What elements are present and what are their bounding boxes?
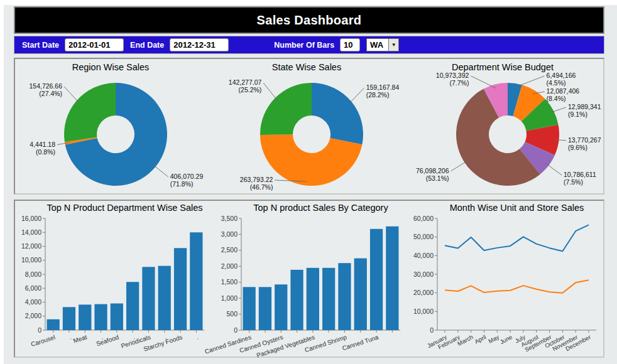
dashboard-background: Sales Dashboard Start Date End Date Numb… (4, 5, 617, 364)
dropdown-arrow-icon[interactable]: ▼ (388, 39, 398, 51)
bar-2[interactable] (275, 284, 287, 330)
label-leader-line (545, 163, 562, 175)
pie-slice-2[interactable] (64, 83, 116, 142)
number-of-bars-label: Number Of Bars (274, 41, 334, 50)
state-select-value: WA (370, 40, 383, 50)
y-tick-label: 0 (38, 326, 41, 334)
line-series-1[interactable] (445, 280, 589, 292)
pie-slice-label: 406,070.29(71.8%) (170, 173, 204, 188)
month-wise-sales-chart[interactable]: Month Wise Unit and Store Sales010,00020… (407, 201, 603, 356)
y-tick-label: 10,000 (21, 256, 41, 264)
chart-title: Region Wise Sales (72, 62, 150, 72)
y-tick-label: 4,000 (25, 298, 41, 306)
pie-slice-label: 12,087,406(8.4%) (547, 87, 580, 102)
y-tick-label: 10,000 (413, 308, 434, 315)
y-tick-label: 6,000 (25, 284, 41, 292)
bar-2[interactable] (79, 304, 91, 330)
y-tick-label: 14,000 (21, 228, 41, 236)
bar-9[interactable] (190, 232, 202, 330)
bar-0[interactable] (47, 319, 60, 330)
y-tick-label: 60,000 (413, 215, 434, 222)
bar-5[interactable] (126, 282, 139, 330)
pie-slice-label: 6,494,166(4.5%) (547, 72, 576, 87)
y-tick-label: 3,500 (221, 215, 238, 222)
end-date-input[interactable] (170, 38, 229, 51)
label-leader-line (64, 87, 80, 104)
x-tick-label: March (456, 333, 474, 347)
top-n-department-sales-chart[interactable]: Top N Product Department Wise Sales02,00… (15, 201, 211, 356)
bar-9[interactable] (386, 227, 398, 330)
pie-slice-label: 76,098,206(53.1%) (416, 167, 449, 182)
bar-7[interactable] (158, 266, 171, 330)
bar-7[interactable] (354, 259, 367, 330)
pie-charts-panel: Region Wise Sales154,726.66(27.4%)4,441.… (14, 58, 604, 195)
y-tick-label: 1,000 (221, 294, 238, 302)
bar-6[interactable] (338, 263, 351, 330)
pie-slice-label: 12,989,341(9.1%) (568, 103, 601, 118)
bar-6[interactable] (142, 267, 155, 330)
y-tick-label: 16,000 (21, 215, 41, 222)
pie-svg: State Wise Sales142,277.07(25.2%)263,793… (211, 59, 407, 196)
bar-3[interactable] (94, 304, 107, 330)
y-tick-label: 2,500 (221, 246, 238, 254)
label-leader-line (515, 76, 545, 87)
line-series-0[interactable] (445, 225, 589, 251)
label-leader-line (263, 83, 278, 101)
y-tick-label: 30,000 (413, 270, 434, 278)
chart-title: Top N product Sales By Category (253, 203, 388, 213)
chart-title: Department Wise Budget (452, 62, 554, 72)
bar-1[interactable] (259, 287, 271, 330)
pie-slice-label: 263,793.22(46.7%) (240, 176, 273, 191)
y-tick-label: 20,000 (413, 289, 434, 296)
x-tick-label: April (473, 333, 487, 345)
pie-slice-label: 142,277.07(25.2%) (229, 78, 262, 94)
bar-3[interactable] (290, 270, 303, 330)
bar-0[interactable] (243, 287, 256, 330)
label-leader-line (152, 164, 168, 177)
pie-svg: Region Wise Sales154,726.66(27.4%)4,441.… (15, 59, 210, 196)
x-tick-label: . (68, 333, 72, 340)
x-tick-label: . (195, 333, 199, 340)
label-leader-line (348, 88, 364, 104)
bar-4[interactable] (307, 268, 319, 330)
bar-8[interactable] (174, 248, 187, 330)
x-tick-label: Carousel (30, 333, 56, 348)
top-n-category-sales-chart[interactable]: Top N product Sales By Category05001,000… (211, 201, 407, 356)
number-of-bars-input[interactable] (340, 38, 360, 51)
bar-4[interactable] (111, 304, 123, 330)
department-wise-budget-chart[interactable]: Department Wise Budget10,973,392(7.7%)76… (407, 59, 603, 193)
y-tick-label: 2,000 (25, 312, 41, 319)
x-tick-label: Meat (72, 333, 88, 344)
x-tick-label: June (499, 333, 513, 345)
state-wise-sales-chart[interactable]: State Wise Sales142,277.07(25.2%)263,793… (211, 59, 407, 193)
region-wise-sales-chart[interactable]: Region Wise Sales154,726.66(27.4%)4,441.… (15, 59, 211, 193)
pie-slice-label: 10,786,611(7.5%) (564, 171, 596, 186)
chart-title: Month Wise Unit and Store Sales (450, 203, 584, 213)
pie-slice-0[interactable] (312, 83, 363, 144)
filter-bar: Start Date End Date Number Of Bars WA ▼ (14, 36, 604, 54)
pie-svg: Department Wise Budget10,973,392(7.7%)76… (407, 59, 603, 196)
label-leader-line (471, 76, 496, 88)
pie-slice-label: 154,726.66(27.4%) (30, 82, 63, 97)
bar-8[interactable] (370, 229, 383, 330)
dashboard-content: Sales Dashboard Start Date End Date Numb… (4, 5, 617, 358)
pie-slice-label: 4,441.18(0.8%) (30, 141, 55, 156)
bar-svg: Top N product Sales By Category05001,000… (211, 201, 407, 359)
x-tick-label: Seafood (96, 333, 120, 347)
pie-slice-2[interactable] (260, 83, 312, 135)
pie-slice-label: 10,973,392(7.7%) (436, 72, 469, 87)
bar-5[interactable] (322, 268, 335, 330)
state-select[interactable]: WA ▼ (366, 38, 399, 51)
page-title: Sales Dashboard (257, 13, 362, 28)
pie-slice-1[interactable] (260, 134, 362, 186)
title-bar: Sales Dashboard (14, 6, 604, 34)
y-tick-label: 0 (234, 326, 238, 334)
y-tick-label: 3,000 (221, 230, 238, 238)
pie-slice-label: 13,770,267(9.6%) (568, 136, 601, 151)
y-tick-label: 2,000 (221, 262, 238, 270)
y-tick-label: 50,000 (413, 233, 434, 240)
bar-1[interactable] (63, 307, 75, 330)
pie-slice-label: 159,167.84(28.2%) (366, 83, 400, 99)
start-date-input[interactable] (65, 38, 124, 51)
y-tick-label: 0 (430, 326, 434, 334)
